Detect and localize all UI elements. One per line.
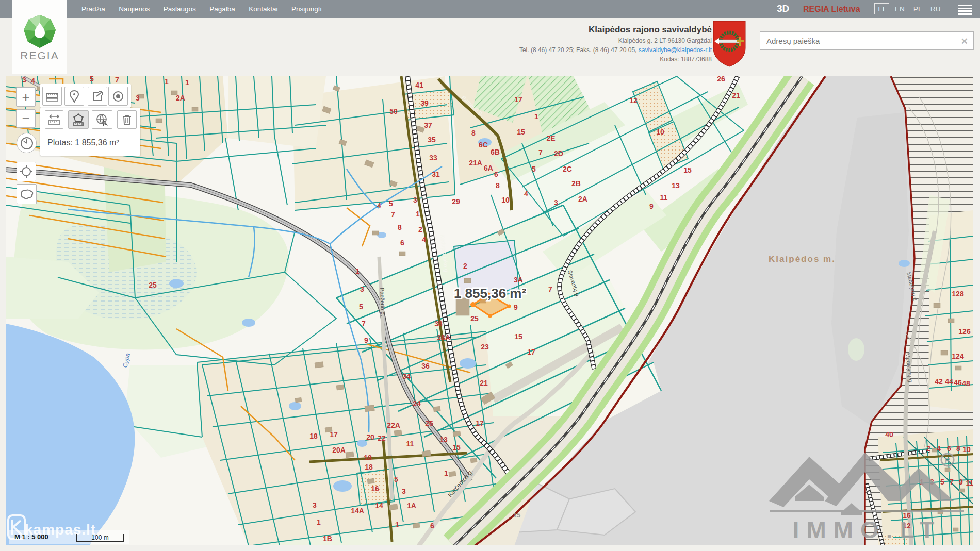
parcel-number: 1A [407,502,416,510]
parcel-number: 7 [548,285,552,293]
parcel-number: 3 [554,198,558,207]
parcel-number: 2B [571,179,581,188]
building-footprint [192,107,198,111]
parcel-number: 2D [554,149,563,158]
locate-crosshair-button[interactable] [17,162,36,181]
delete-measurement-button[interactable] [117,110,137,129]
building-footprint [336,385,344,390]
building-footprint [365,405,374,411]
parcel-number: 4 [524,190,528,198]
parcel-number: 21A [469,159,482,167]
parcel-number: 38 [434,320,443,328]
parcel-number: 6C [479,141,488,149]
regia-lietuva-link[interactable]: REGIA Lietuva [803,5,860,14]
map-container: 3457112A34139503735333186C6B21A6A6841017… [6,76,973,545]
measure-area-button[interactable] [68,110,89,129]
municipality-email-link[interactable]: savivaldybe@klaipedos-r.lt [639,46,712,54]
building-footprint [399,252,405,256]
parcel-number: 15 [683,166,692,174]
building-footprint [295,397,302,403]
parcel-number: 126 [958,327,971,336]
parcel-number: 14A [351,507,364,515]
history-clock-button[interactable] [17,133,37,153]
parcel-number: 15 [517,128,525,136]
search-clear-icon[interactable]: ✕ [961,36,968,47]
municipality-name: Klaipėdos rajono savivaldybė [519,25,712,35]
parcel-number: 44 [945,377,953,386]
zoom-out-button[interactable]: − [16,109,36,128]
add-marker-button[interactable] [64,87,84,106]
parcel-number: 33 [429,154,437,162]
parcel-number: 17 [527,348,535,356]
parcel-number: 24 [413,399,421,408]
parcel-number: 17 [476,419,484,427]
building-footprint [453,431,461,437]
language-lt[interactable]: LT [874,3,889,14]
logo-text: REGIA [12,49,67,62]
building-footprint [156,119,162,123]
nav-item-paslaugos[interactable]: Paslaugos [158,1,202,18]
building-footprint [394,430,402,436]
nav-item-kontaktai[interactable]: Kontaktai [243,1,283,18]
nav-item-pagalba[interactable]: Pagalba [204,1,241,18]
nav-item-pradzia[interactable]: Pradžia [76,1,111,18]
parcel-number: 17 [514,95,522,104]
lithuania-extent-button[interactable] [17,184,37,204]
language-ru[interactable]: RU [930,5,941,13]
building-footprint [433,406,440,412]
building-footprint [413,523,420,528]
parcel-number: 2A [578,195,587,203]
export-share-button[interactable] [88,87,107,106]
building-footprint [464,278,471,283]
nav-item-naujienos[interactable]: Naujienos [113,1,155,18]
parcel-number: 7 [538,148,543,157]
municipality-code: Kodas: 188773688 [519,56,712,63]
parcel-number: 1B [323,535,332,543]
measure-length-button[interactable] [45,110,63,129]
municipality-address: Klaipėdos g. 2 LT-96130 Gargždai [519,37,712,44]
building-footprint [948,319,954,323]
parcel-number: 2E [546,134,555,142]
building-footprint [367,478,374,484]
parcel-number: 3 [360,285,364,293]
parcel-number: 20A [332,446,346,454]
select-point-button[interactable] [108,87,128,106]
view-3d-button[interactable]: 3D [777,3,789,14]
building-footprint [941,350,948,355]
search-input[interactable] [766,32,957,49]
street-label: Paežerio g. [379,288,386,316]
language-pl[interactable]: PL [913,5,922,13]
zoom-in-button[interactable]: + [16,87,36,107]
globe-select-button[interactable] [92,110,112,129]
parcel-number: 1 [165,77,169,86]
nav-item-prisijungti[interactable]: Prisijungti [286,1,328,18]
parcel-number: 1 [395,521,399,529]
parcel-number: 7 [115,76,119,84]
parcel-number: 25 [149,281,157,289]
parcel-number: 18 [309,432,318,440]
parcel-number: 2 [463,262,467,270]
parcel-number: 15 [452,443,461,452]
parcel-number: 3A [514,276,523,284]
parcel-number: 6B [491,148,500,156]
parcel-number: 16 [371,485,379,493]
parcel-number: 1 [444,469,448,477]
parcel-number: 10 [656,128,664,136]
hamburger-menu-icon[interactable] [958,5,972,16]
parcel-number: 35 [428,136,436,144]
municipality-info: Klaipėdos rajono savivaldybė Klaipėdos g… [519,25,712,63]
parcel-number: 8 [471,129,476,137]
regia-logo[interactable]: REGIA [12,0,67,74]
parcel-number: 22A [387,421,400,429]
language-en[interactable]: EN [895,5,905,13]
parcel-number: 3 [313,501,317,509]
building-footprint [315,362,323,368]
regia-gem-icon [23,14,56,48]
parcel-number: 3 [402,487,406,495]
parcel-number: 21 [480,379,488,387]
building-footprint [372,231,379,235]
building-footprint [955,366,961,370]
measure-distance-button[interactable] [42,87,62,106]
parcel-number: 1 [534,112,538,121]
parcel-number: 29 [452,197,460,206]
